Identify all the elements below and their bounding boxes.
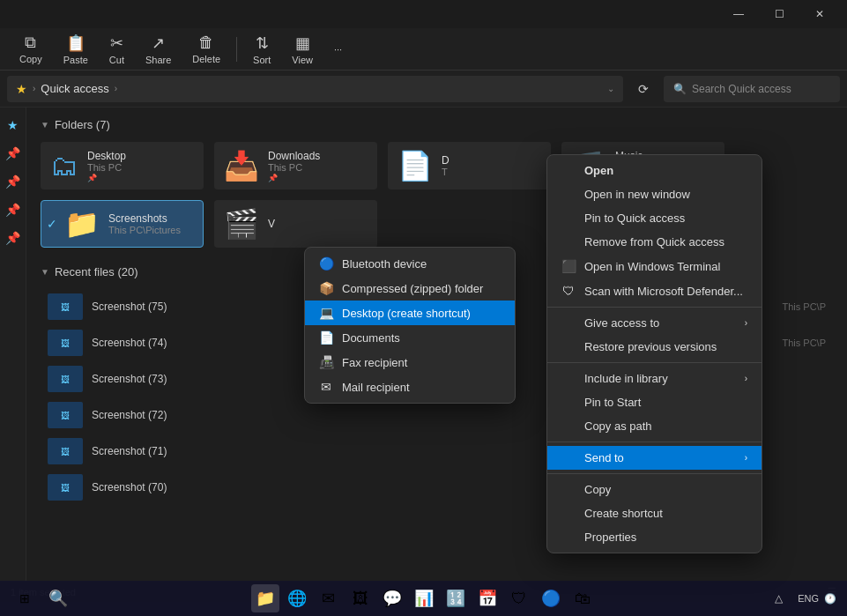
menu-give-access[interactable]: Give access to › [547,311,762,335]
folder-item-downloads[interactable]: 📥 Downloads This PC 📌 [214,142,377,189]
folders-section-header[interactable]: ▼ Folders (7) [41,118,833,131]
taskbar-mail[interactable]: ✉ [315,584,343,612]
recent-label: Recent files (20) [55,265,138,278]
close-button[interactable]: ✕ [799,0,840,28]
toolbar-share[interactable]: ↗ Share [137,30,180,69]
taskbar-calendar[interactable]: 📅 [473,584,502,612]
delete-icon: 🗑 [198,33,214,52]
menu-restore-versions[interactable]: Restore previous versions [547,335,762,359]
submenu-compressed[interactable]: 📦 Compressed (zipped) folder [305,276,515,301]
folder-item-d[interactable]: 📄 D T [388,142,551,189]
taskbar-calculator[interactable]: 🔢 [442,584,470,612]
give-access-arrow: › [745,318,747,328]
minimize-button[interactable]: — [718,0,759,28]
screenshots-folder-info: Screenshots This PC\Pictures [108,212,181,235]
toolbar-delete[interactable]: 🗑 Delete [183,30,229,68]
toolbar-sort[interactable]: ⇅ Sort [244,30,279,69]
screenshots-folder-icon: 📁 [64,207,100,241]
taskbar-right: △ ENG 🕐 [764,584,836,612]
menu-send-to[interactable]: Send to › [547,446,762,470]
menu-remove-quick-access[interactable]: Remove from Quick access [547,230,762,254]
taskbar-center: 📁 🌐 ✉ 🖼 💬 📊 🔢 📅 🛡 🔵 🛍 [251,584,597,612]
menu-copy[interactable]: Copy [547,478,762,501]
title-bar: — ☐ ✕ [0,0,847,28]
taskbar-defender[interactable]: 🛡 [505,584,533,612]
downloads-folder-icon: 📥 [224,149,259,182]
mail-icon: ✉ [319,380,333,394]
file-thumb-72: 🖼 [48,402,83,428]
toolbar-copy[interactable]: ⧉ Copy [11,30,51,68]
taskbar-widgets[interactable]: ⊞ [11,584,39,612]
v-folder-icon: 🎬 [224,207,259,241]
sidebar-pin4-icon[interactable]: 📌 [3,227,24,249]
taskbar-tray-up[interactable]: △ [764,584,792,612]
zip-icon: 📦 [319,281,333,295]
taskbar-search[interactable]: 🔍 [44,584,72,612]
sidebar-pin3-icon[interactable]: 📌 [3,199,24,220]
taskbar-explorer[interactable]: 📁 [251,584,279,612]
menu-open[interactable]: Open [547,159,762,182]
taskbar-teams[interactable]: 💬 [378,584,406,612]
maximize-button[interactable]: ☐ [759,0,799,28]
breadcrumb-label: Quick access [41,82,108,95]
submenu-fax[interactable]: 📠 Fax recipient [305,350,515,375]
d-folder-icon: 📄 [397,149,433,182]
file-thumb-70: 🖼 [48,474,83,501]
menu-open-terminal[interactable]: ⬛ Open in Windows Terminal [547,254,762,278]
cut-icon: ✂ [110,33,123,53]
folder-item-v[interactable]: 🎬 V [214,200,377,248]
refresh-button[interactable]: ⟳ [630,76,657,102]
menu-include-library[interactable]: Include in library › [547,367,762,390]
menu-scan-defender[interactable]: 🛡 Scan with Microsoft Defender... [547,278,762,303]
downloads-folder-info: Downloads This PC 📌 [268,150,320,182]
bluetooth-icon: 🔵 [319,256,333,271]
file-thumb-73: 🖼 [48,366,83,392]
menu-properties[interactable]: Properties [547,525,762,549]
toolbar-cut[interactable]: ✂ Cut [100,30,133,69]
context-menu: Open Open in new window Pin to Quick acc… [546,154,762,553]
v-folder-info: V [268,218,275,230]
submenu-bluetooth[interactable]: 🔵 Bluetooth device [305,251,515,276]
menu-open-new-window[interactable]: Open in new window [547,182,762,206]
menu-terminal-icon: ⬛ [561,259,576,273]
breadcrumb-dropdown[interactable]: ⌄ [607,84,614,93]
menu-divider-3 [547,442,762,442]
file-thumb-71: 🖼 [48,438,83,464]
taskbar-office[interactable]: 📊 [410,584,438,612]
folders-label: Folders (7) [55,118,110,131]
menu-copy-path[interactable]: Copy as path [547,414,762,438]
file-thumb-74: 🖼 [48,330,83,356]
sidebar-pin1-icon[interactable]: 📌 [3,143,24,164]
breadcrumb-sep2: › [115,84,117,93]
breadcrumb-sep1: › [33,84,35,93]
star-icon: ★ [16,82,27,96]
submenu-mail[interactable]: ✉ Mail recipient [305,375,515,399]
sidebar-star-icon[interactable]: ★ [3,115,24,136]
toolbar-paste[interactable]: 📋 Paste [55,30,97,69]
folder-item-screenshots[interactable]: ✓ 📁 Screenshots This PC\Pictures [41,200,204,248]
desktop-folder-icon: 🗂 [50,150,78,182]
menu-pin-start[interactable]: Pin to Start [547,390,762,414]
taskbar-time: 🕐 [824,593,836,605]
submenu-documents[interactable]: 📄 Documents [305,325,515,350]
menu-create-shortcut[interactable]: Create shortcut [547,501,762,525]
menu-defender-icon: 🛡 [561,284,576,298]
taskbar-store[interactable]: 🛍 [568,584,597,612]
search-box[interactable]: 🔍 Search Quick access [664,76,840,102]
search-placeholder: Search Quick access [692,83,791,95]
toolbar-more[interactable]: ··· [325,41,351,58]
submenu-desktop[interactable]: 💻 Desktop (create shortcut) [305,301,515,325]
breadcrumb[interactable]: ★ › Quick access › ⌄ [7,76,623,102]
toolbar-view[interactable]: ▦ View [283,30,322,69]
documents-icon: 📄 [319,330,333,345]
taskbar-photos[interactable]: 🖼 [346,584,375,612]
menu-pin-quick-access[interactable]: Pin to Quick access [547,206,762,230]
desktop-icon: 💻 [319,306,333,320]
taskbar-chrome[interactable]: 🔵 [537,584,565,612]
taskbar-edge[interactable]: 🌐 [283,584,311,612]
folder-item-desktop[interactable]: 🗂 Desktop This PC 📌 [41,142,204,189]
view-icon: ▦ [295,33,310,53]
sidebar: ★ 📌 📌 📌 📌 [0,108,26,581]
taskbar: ⊞ 🔍 📁 🌐 ✉ 🖼 💬 📊 🔢 📅 🛡 🔵 🛍 △ ENG 🕐 [0,581,847,616]
sidebar-pin2-icon[interactable]: 📌 [3,171,24,192]
